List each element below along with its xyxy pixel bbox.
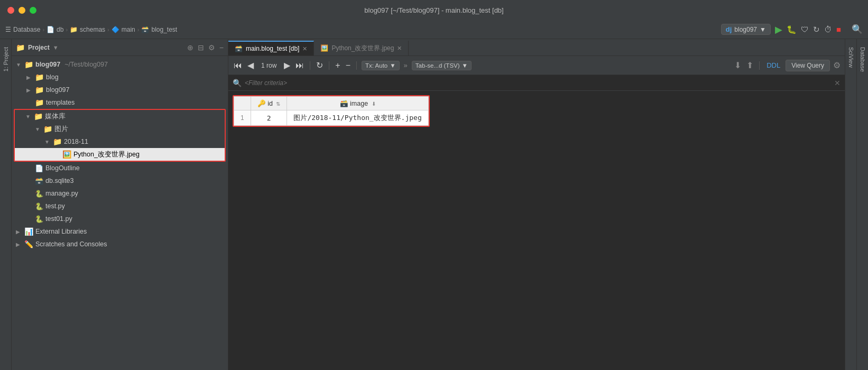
db-icon: 🗃️	[35, 177, 43, 185]
minimize-dot[interactable]	[19, 7, 25, 14]
breadcrumb-sep-3: ›	[107, 26, 109, 33]
filter-input[interactable]	[245, 79, 831, 87]
breadcrumb-blog-test[interactable]: 🗃️ blog_test	[141, 26, 177, 33]
blog097-folder-icon: 📁	[35, 86, 44, 94]
data-grid-wrapper: 🔑 id ⇅ 🗃️ image ⬇	[233, 95, 430, 127]
tree-item-blogoutline[interactable]: ▶ 📄 BlogOutline	[12, 162, 228, 174]
stop-button[interactable]: ■	[836, 25, 841, 34]
remove-row-button[interactable]: −	[345, 61, 352, 70]
coverage-button[interactable]: 🛡	[801, 25, 809, 34]
media-folder-icon: 📁	[34, 112, 43, 121]
tree-item-test[interactable]: ▶ 🐍 test.py	[12, 200, 228, 212]
settings-gear-button[interactable]: ⚙	[833, 60, 841, 70]
debug-button[interactable]: 🐛	[787, 25, 797, 34]
tree-item-test01[interactable]: ▶ 🐍 test01.py	[12, 212, 228, 225]
next-row-button[interactable]: ▶	[283, 60, 291, 70]
panel-dropdown-arrow[interactable]: ▼	[53, 44, 59, 51]
tsv-dropdown[interactable]: Tab-se...d (TSV) ▼	[412, 61, 472, 70]
add-row-button[interactable]: +	[334, 61, 341, 70]
view-query-button[interactable]: View Query	[786, 60, 830, 71]
table-row[interactable]: 1 2 图片/2018-11/Python_改变世界.jpeg	[234, 110, 429, 126]
breadcrumb-main[interactable]: 🔷 main	[112, 26, 135, 33]
test01-label: test01.py	[45, 215, 72, 223]
search-button[interactable]: 🔍	[852, 24, 863, 35]
file-tree: ▼ 📁 blog097 ~/Test/blog097 ▶ 📁 blog ▶ 📁 …	[12, 56, 228, 370]
breadcrumb-schemas[interactable]: 📁 schemas	[70, 26, 105, 33]
root-label: blog097	[35, 61, 60, 68]
tx-arrow: ▼	[390, 62, 395, 69]
tree-item-db[interactable]: ▶ 🗃️ db.sqlite3	[12, 174, 228, 187]
ddl-button[interactable]: DDL	[764, 61, 782, 69]
blog097-label: blog097	[46, 86, 70, 94]
col-image-sort[interactable]: ⬇	[372, 101, 376, 107]
tree-item-manage[interactable]: ▶ 🐍 manage.py	[12, 187, 228, 200]
tab-jpeg[interactable]: 🖼️ Python_改变世界.jpeg ✕	[314, 41, 409, 56]
breadcrumb-database[interactable]: ☰ Database	[5, 26, 40, 33]
media-label: 媒体库	[45, 112, 66, 121]
settings-icon[interactable]: ⚙	[208, 43, 215, 52]
blogoutline-label: BlogOutline	[45, 164, 80, 172]
upload-button[interactable]: ⬆	[745, 60, 754, 70]
external-icon: 📊	[24, 227, 33, 236]
data-table: 🔑 id ⇅ 🗃️ image ⬇	[234, 96, 429, 126]
main-icon: 🔷	[112, 26, 119, 33]
expand-button[interactable]: »	[403, 61, 409, 69]
sciview-sidebar[interactable]: SciView	[845, 39, 856, 370]
manage-label: manage.py	[45, 190, 78, 197]
collapse-icon[interactable]: ⊟	[198, 43, 204, 52]
image-cell[interactable]: 图片/2018-11/Python_改变世界.jpeg	[287, 110, 428, 126]
tree-item-2018-11[interactable]: ▼ 📁 2018-11	[15, 135, 225, 148]
tree-item-root[interactable]: ▼ 📁 blog097 ~/Test/blog097	[12, 58, 228, 71]
col-image-header[interactable]: 🗃️ image ⬇	[287, 97, 428, 110]
tree-item-media[interactable]: ▼ 📁 媒体库	[15, 110, 225, 123]
sort-icon[interactable]: ⇅	[276, 101, 280, 107]
tree-item-jpeg[interactable]: ▶ 🖼️ Python_改变世界.jpeg	[15, 148, 225, 161]
tab-blog-test-close[interactable]: ✕	[302, 45, 307, 52]
blog097-arrow: ▶	[26, 87, 33, 93]
profile-button[interactable]: ⏱	[824, 25, 832, 34]
window-controls	[7, 7, 36, 14]
tree-item-blog[interactable]: ▶ 📁 blog	[12, 71, 228, 84]
last-row-button[interactable]: ⏭	[294, 61, 305, 70]
filter-clear-icon[interactable]: ✕	[834, 79, 841, 87]
maximize-dot[interactable]	[30, 7, 36, 14]
reload-button[interactable]: ↻	[813, 25, 820, 34]
id-cell[interactable]: 2	[251, 110, 287, 126]
tree-item-templates[interactable]: ▶ 📁 templates	[12, 96, 228, 109]
breadcrumb-sep-4: ›	[137, 26, 140, 33]
root-arrow: ▼	[16, 62, 22, 68]
blog-label: blog	[46, 73, 59, 81]
table-icon: 🗃️	[141, 26, 149, 33]
tree-item-scratches[interactable]: ▶ ✏️ Scratches and Consoles	[12, 238, 228, 251]
hide-icon[interactable]: −	[219, 43, 224, 52]
row-count-label: 1 row	[258, 62, 280, 69]
refresh-button[interactable]: ↻	[315, 60, 324, 70]
download-button[interactable]: ⬇	[733, 60, 742, 70]
tx-dropdown[interactable]: Tx: Auto ▼	[362, 61, 400, 70]
run-button[interactable]: ▶	[775, 24, 782, 35]
close-dot[interactable]	[7, 7, 14, 14]
tab-jpeg-close[interactable]: ✕	[397, 45, 402, 52]
locate-icon[interactable]: ⊕	[187, 43, 193, 52]
media-arrow: ▼	[25, 114, 32, 119]
prev-row-button[interactable]: ◀	[246, 60, 255, 70]
breadcrumb-db[interactable]: 📄 db	[47, 26, 63, 33]
db-toolbar: ⏮ ◀ 1 row ▶ ⏭ ↻ + − Tx: Auto ▼ » Tab-se.…	[228, 56, 845, 75]
tsv-label: Tab-se...d (TSV)	[415, 62, 460, 69]
database-sidebar[interactable]: Database	[856, 39, 868, 370]
tab-blog-test[interactable]: 🗃️ main.blog_test [db] ✕	[228, 41, 314, 56]
project-strip-label[interactable]: 1: Project	[3, 47, 9, 71]
scratches-label: Scratches and Consoles	[35, 240, 107, 248]
first-row-button[interactable]: ⏮	[233, 61, 243, 70]
templates-folder-icon: 📁	[35, 98, 44, 107]
tab-jpeg-label: Python_改变世界.jpeg	[331, 44, 394, 53]
col-id-header[interactable]: 🔑 id ⇅	[251, 97, 287, 110]
blog-folder-icon: 📁	[35, 73, 44, 81]
tree-item-external[interactable]: ▶ 📊 External Libraries	[12, 225, 228, 238]
2018-11-arrow: ▼	[44, 139, 51, 145]
tree-item-blog097[interactable]: ▶ 📁 blog097	[12, 84, 228, 96]
root-path: ~/Test/blog097	[64, 61, 108, 68]
file-tree-panel: 📁 Project ▼ ⊕ ⊟ ⚙ − ▼ 📁 blog097 ~/Test/b…	[12, 39, 228, 370]
project-selector[interactable]: dj blog097 ▼	[721, 24, 771, 35]
tree-item-images[interactable]: ▼ 📁 图片	[15, 123, 225, 135]
